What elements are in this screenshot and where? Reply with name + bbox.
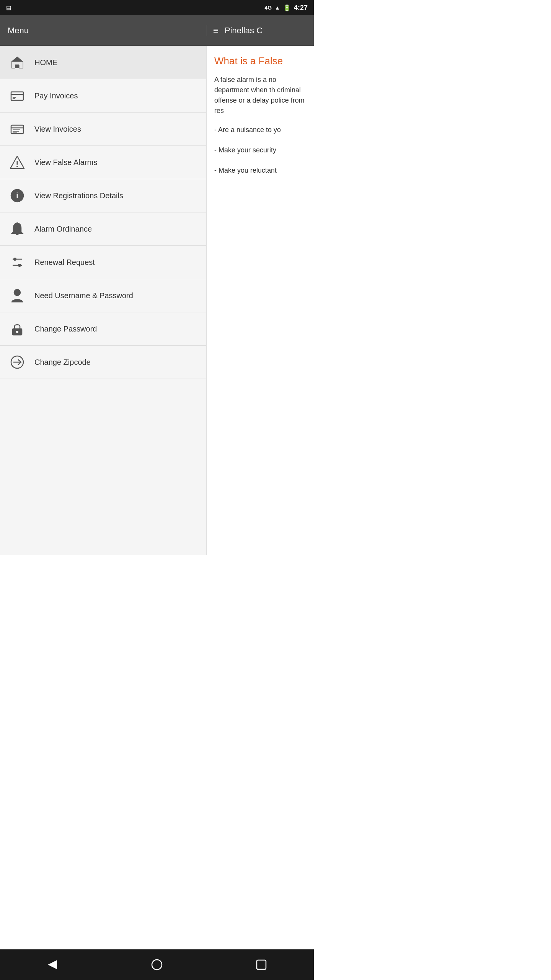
sidebar-item-pay-invoices-label: Pay Invoices — [34, 91, 78, 100]
pay-invoices-icon — [8, 86, 27, 105]
app-title: Pinellas C — [225, 26, 262, 36]
sidebar-item-renewal-request-label: Renewal Request — [34, 258, 95, 267]
header-left: Menu — [0, 26, 207, 36]
left-menu: HOME Pay Invoices — [0, 46, 207, 555]
header-right: ≡ Pinellas C — [207, 25, 314, 36]
home-icon — [8, 53, 27, 72]
info-icon: i — [8, 186, 27, 205]
status-bar: ▤ 4G ▲ 🔋 4:27 — [0, 0, 314, 15]
sidebar-item-pay-invoices[interactable]: Pay Invoices — [0, 79, 206, 113]
sidebar-item-view-registrations-details-label: View Registrations Details — [34, 191, 123, 200]
svg-point-19 — [18, 264, 21, 267]
bell-icon — [8, 219, 27, 238]
battery-icon: 🔋 — [283, 4, 291, 11]
lock-icon — [8, 319, 27, 338]
sidebar-item-alarm-ordinance-label: Alarm Ordinance — [34, 225, 92, 234]
sidebar-item-change-zipcode[interactable]: Change Zipcode — [0, 346, 206, 379]
svg-point-17 — [13, 258, 16, 261]
right-content: What is a False A false alarm is a no de… — [207, 46, 314, 555]
hamburger-icon[interactable]: ≡ — [213, 25, 218, 36]
status-bar-right: 4G ▲ 🔋 4:27 — [264, 4, 308, 12]
sidebar-item-view-false-alarms[interactable]: View False Alarms — [0, 146, 206, 179]
sidebar-item-view-invoices[interactable]: View Invoices — [0, 113, 206, 146]
svg-rect-5 — [11, 125, 23, 134]
warning-icon — [8, 153, 27, 172]
person-icon — [8, 286, 27, 305]
signal-icon: ▲ — [275, 5, 280, 11]
svg-text:i: i — [16, 191, 18, 200]
notification-icon: ▤ — [6, 5, 11, 11]
status-bar-left: ▤ — [6, 5, 11, 11]
sidebar-item-alarm-ordinance[interactable]: Alarm Ordinance — [0, 212, 206, 246]
time-display: 4:27 — [294, 4, 308, 12]
sidebar-item-view-invoices-label: View Invoices — [34, 125, 81, 134]
sidebar-item-view-false-alarms-label: View False Alarms — [34, 158, 97, 167]
arrow-circle-icon — [8, 353, 27, 372]
sidebar-item-view-registrations-details[interactable]: i View Registrations Details — [0, 179, 206, 212]
sidebar-item-renewal-request[interactable]: Renewal Request — [0, 246, 206, 279]
svg-point-22 — [16, 331, 18, 333]
sidebar-item-home-label: HOME — [34, 58, 57, 67]
view-invoices-icon — [8, 119, 27, 139]
sidebar-item-need-username-password-label: Need Username & Password — [34, 291, 133, 300]
main-layout: HOME Pay Invoices — [0, 46, 314, 555]
svg-point-15 — [16, 222, 18, 225]
content-bullet-3: - Make you reluctant — [214, 166, 306, 175]
sidebar-item-change-zipcode-label: Change Zipcode — [34, 358, 91, 367]
content-bullet-2: - Make your security — [214, 145, 306, 155]
sidebar-item-change-password-label: Change Password — [34, 325, 97, 333]
header: Menu ≡ Pinellas C — [0, 15, 314, 46]
sidebar-item-home[interactable]: HOME — [0, 46, 206, 79]
sidebar-item-change-password[interactable]: Change Password — [0, 312, 206, 346]
content-title: What is a False — [214, 55, 306, 67]
sidebar-item-need-username-password[interactable]: Need Username & Password — [0, 279, 206, 312]
network-icon: 4G — [264, 5, 272, 11]
settings-sliders-icon — [8, 253, 27, 272]
svg-rect-0 — [15, 65, 19, 68]
svg-point-12 — [16, 166, 18, 167]
content-bullet-1: - Are a nuisance to yo — [214, 125, 306, 135]
menu-title: Menu — [8, 26, 29, 36]
content-body: A false alarm is a no department when th… — [214, 75, 306, 116]
svg-point-20 — [14, 289, 20, 296]
